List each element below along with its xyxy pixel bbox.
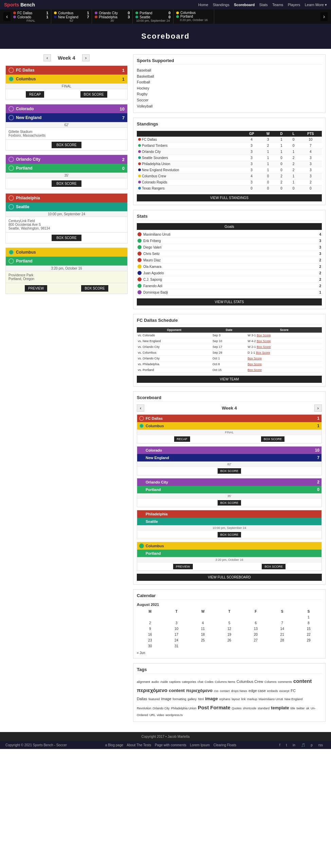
mini-recap-1[interactable]: RECAP — [174, 436, 190, 442]
tag-item[interactable]: audio — [151, 680, 159, 684]
calendar-day[interactable]: 27 — [242, 637, 269, 643]
calendar-day[interactable]: 19 — [216, 632, 243, 637]
sched-link[interactable]: Box Score — [247, 357, 262, 360]
calendar-day[interactable]: 9 — [137, 626, 163, 632]
nav-stats[interactable]: Stats — [259, 3, 268, 7]
social-tiktok[interactable]: 🎵 — [301, 743, 305, 747]
social-facebook[interactable]: f — [279, 743, 280, 747]
mini-next-week[interactable]: › — [314, 405, 322, 412]
calendar-day[interactable]: 6 — [242, 620, 269, 626]
tag-item[interactable]: wordpress.tv — [166, 713, 183, 717]
mini-prev-week[interactable]: ‹ — [137, 405, 144, 412]
tag-item[interactable]: title — [291, 707, 295, 710]
tag-item[interactable]: Philadelphia Union — [171, 707, 197, 710]
footer-link-blog[interactable]: a Blog page — [105, 743, 123, 747]
mini-boxscore-1[interactable]: BOX SCORE — [261, 436, 285, 442]
calendar-day[interactable]: 5 — [216, 620, 243, 626]
tag-item[interactable]: contact — [220, 689, 229, 693]
brand-logo[interactable]: Sports Bench — [4, 2, 35, 7]
tag-item[interactable]: embeds — [267, 689, 278, 693]
mini-boxscore-3[interactable]: BOX SCORE — [218, 500, 241, 506]
tag-item[interactable]: image — [205, 696, 218, 701]
tag-item[interactable]: twitter — [297, 707, 305, 710]
boxscore-button-3[interactable]: BOX SCORE — [52, 180, 81, 187]
calendar-day[interactable]: 18 — [190, 632, 216, 637]
calendar-day[interactable]: 31 — [163, 643, 190, 649]
tag-item[interactable]: excerpt — [279, 689, 290, 693]
calendar-day[interactable]: 7 — [269, 620, 295, 626]
recap-button-1[interactable]: RECAP — [26, 91, 44, 98]
sched-link[interactable]: Box Score — [247, 368, 262, 372]
calendar-day[interactable]: 10 — [163, 626, 190, 632]
nav-players[interactable]: Players — [288, 3, 300, 7]
calendar-day[interactable]: 17 — [163, 632, 190, 637]
calendar-day[interactable]: 14 — [269, 626, 295, 632]
calendar-day[interactable]: 16 — [137, 632, 163, 637]
calendar-day[interactable]: 22 — [295, 632, 322, 637]
calendar-day[interactable]: 30 — [137, 643, 163, 649]
tag-item[interactable]: comments — [278, 680, 292, 684]
calendar-day[interactable]: 11 — [190, 626, 216, 632]
tag-item[interactable]: Columns Items — [215, 680, 235, 684]
view-stats-button[interactable]: View Full Stats — [137, 298, 322, 305]
prev-week-button[interactable]: ‹ — [43, 54, 51, 61]
calendar-day[interactable]: 23 — [137, 637, 163, 643]
tag-item[interactable]: formatting — [173, 697, 186, 701]
tag-item[interactable]: Columns — [264, 680, 277, 684]
calendar-day[interactable]: 13 — [242, 626, 269, 632]
calendar-day[interactable]: 12 — [216, 626, 243, 632]
tag-item[interactable]: categories — [182, 680, 196, 684]
tag-item[interactable]: content περιεχόμενο — [169, 688, 213, 693]
boxscore-button-5[interactable]: BOX SCORE — [81, 285, 108, 292]
calendar-day[interactable]: 2 — [137, 620, 163, 626]
footer-link-clearing[interactable]: Clearing Floats — [214, 743, 236, 747]
nav-learn-more[interactable]: Learn More ▾ — [305, 3, 327, 7]
sched-link[interactable]: Box Score — [247, 362, 262, 366]
preview-button-5[interactable]: PREVIEW — [25, 285, 47, 292]
tag-item[interactable]: Post Formate — [198, 705, 231, 710]
tag-item[interactable]: featured — [149, 697, 160, 701]
tag-item[interactable]: uk — [306, 707, 310, 710]
tag-item[interactable]: Quotes — [232, 707, 241, 710]
tag-item[interactable]: Maximiliano Urruti — [259, 697, 283, 701]
social-pinterest[interactable]: p — [311, 743, 313, 747]
view-standings-button[interactable]: View Full Standings — [137, 194, 322, 201]
sched-link[interactable]: Box Score — [257, 334, 271, 337]
tag-item[interactable]: drops News — [231, 689, 247, 693]
tag-item[interactable]: Codes — [205, 680, 214, 684]
footer-link-comments[interactable]: Page with comments — [155, 743, 186, 747]
tag-item[interactable]: html — [198, 697, 204, 701]
tag-item[interactable]: Columbus Crew — [237, 679, 263, 684]
sched-link[interactable]: Box Score — [257, 339, 271, 343]
calendar-day[interactable]: 25 — [190, 637, 216, 643]
nav-standings[interactable]: Standings — [213, 3, 229, 7]
calendar-day[interactable]: 26 — [216, 637, 243, 643]
tag-item[interactable]: URL — [149, 713, 155, 717]
tag-item[interactable]: link — [241, 697, 246, 701]
sched-link[interactable]: Box Score — [257, 345, 271, 349]
boxscore-button-4[interactable]: BOX SCORE — [52, 235, 81, 241]
calendar-day[interactable]: 8 — [295, 620, 322, 626]
social-instagram[interactable]: in — [293, 743, 295, 747]
ticker-prev[interactable]: ‹ — [3, 12, 11, 21]
calendar-day[interactable]: 15 — [295, 626, 322, 632]
boxscore-button-1[interactable]: BOX SCORE — [80, 91, 107, 98]
mini-boxscore-5[interactable]: BOX SCORE — [262, 564, 286, 569]
tag-item[interactable]: Aside — [160, 680, 168, 684]
calendar-day[interactable]: 21 — [269, 632, 295, 637]
tag-item[interactable]: chat — [198, 680, 203, 684]
mini-preview-5[interactable]: PREVIEW — [173, 564, 193, 569]
calendar-day[interactable]: 29 — [295, 637, 322, 643]
footer-link-lorem[interactable]: Lorem Ipsum — [190, 743, 210, 747]
calendar-day[interactable]: 28 — [269, 637, 295, 643]
nav-teams[interactable]: Teams — [272, 3, 283, 7]
social-twitter[interactable]: t — [286, 743, 287, 747]
nav-scoreboard[interactable]: Scoreboard — [234, 3, 255, 7]
tag-item[interactable]: image — [161, 697, 171, 701]
calendar-day[interactable]: 24 — [163, 637, 190, 643]
tag-item[interactable]: edge case — [249, 689, 266, 693]
next-week-button[interactable]: › — [82, 54, 90, 61]
tag-item[interactable]: orphans — [219, 697, 231, 701]
tag-item[interactable]: markup — [247, 697, 257, 701]
calendar-day[interactable]: 4 — [190, 620, 216, 626]
